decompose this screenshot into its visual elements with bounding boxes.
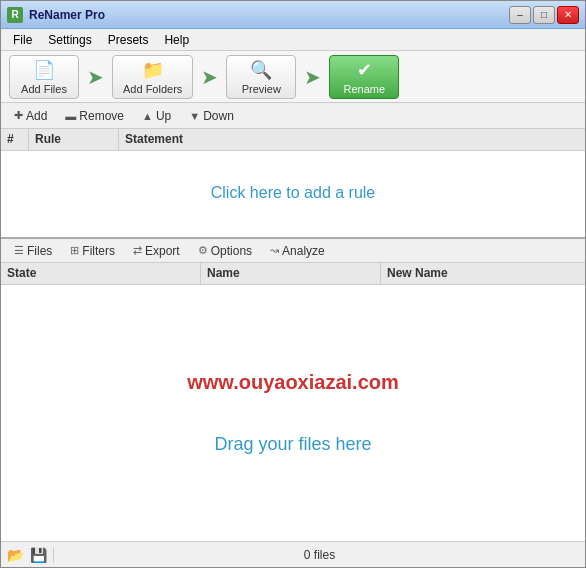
tab-filters[interactable]: ⊞ Filters bbox=[61, 240, 124, 262]
click-to-add-text[interactable]: Click here to add a rule bbox=[211, 184, 376, 202]
files-tab-icon: ☰ bbox=[14, 244, 24, 257]
file-count-text: 0 files bbox=[60, 548, 579, 562]
main-window: R ReNamer Pro – □ ✕ File Settings Preset… bbox=[0, 0, 586, 568]
maximize-button[interactable]: □ bbox=[533, 6, 555, 24]
window-controls: – □ ✕ bbox=[509, 6, 579, 24]
app-icon: R bbox=[7, 7, 23, 23]
arrow-icon-3: ➤ bbox=[300, 65, 325, 89]
remove-label: Remove bbox=[79, 109, 124, 123]
toolbar: 📄 Add Files ➤ 📁 Add Folders ➤ 🔍 Preview … bbox=[1, 51, 585, 103]
up-label: Up bbox=[156, 109, 171, 123]
tab-options-label: Options bbox=[211, 244, 252, 258]
menu-presets[interactable]: Presets bbox=[100, 31, 157, 49]
add-files-button[interactable]: 📄 Add Files bbox=[9, 55, 79, 99]
add-folders-icon: 📁 bbox=[142, 59, 164, 81]
actions-bar: ✚ Add ▬ Remove ▲ Up ▼ Down bbox=[1, 103, 585, 129]
add-folders-button[interactable]: 📁 Add Folders bbox=[112, 55, 193, 99]
arrow-icon-1: ➤ bbox=[83, 65, 108, 89]
status-bar: 📂 💾 0 files bbox=[1, 541, 585, 567]
files-body[interactable]: www.ouyaoxiazai.com Drag your files here bbox=[1, 285, 585, 541]
menu-file[interactable]: File bbox=[5, 31, 40, 49]
app-title: ReNamer Pro bbox=[29, 8, 509, 22]
rules-header: # Rule Statement bbox=[1, 129, 585, 151]
arrow-icon-2: ➤ bbox=[197, 65, 222, 89]
tab-analyze-label: Analyze bbox=[282, 244, 325, 258]
down-button[interactable]: ▼ Down bbox=[182, 106, 241, 126]
remove-rule-button[interactable]: ▬ Remove bbox=[58, 106, 131, 126]
tab-options[interactable]: ⚙ Options bbox=[189, 240, 261, 262]
rename-label: Rename bbox=[344, 83, 386, 95]
tab-files-label: Files bbox=[27, 244, 52, 258]
status-folder-icon[interactable]: 📂 bbox=[7, 547, 24, 563]
options-tab-icon: ⚙ bbox=[198, 244, 208, 257]
filters-tab-icon: ⊞ bbox=[70, 244, 79, 257]
tab-filters-label: Filters bbox=[82, 244, 115, 258]
up-button[interactable]: ▲ Up bbox=[135, 106, 178, 126]
tab-files[interactable]: ☰ Files bbox=[5, 240, 61, 262]
col-name: Name bbox=[201, 263, 381, 284]
preview-label: Preview bbox=[242, 83, 281, 95]
tab-export[interactable]: ⇄ Export bbox=[124, 240, 189, 262]
add-rule-button[interactable]: ✚ Add bbox=[7, 106, 54, 126]
rules-body[interactable]: Click here to add a rule bbox=[1, 151, 585, 235]
menu-bar: File Settings Presets Help bbox=[1, 29, 585, 51]
rules-area: # Rule Statement Click here to add a rul… bbox=[1, 129, 585, 239]
close-button[interactable]: ✕ bbox=[557, 6, 579, 24]
status-save-icon[interactable]: 💾 bbox=[30, 547, 47, 563]
preview-button[interactable]: 🔍 Preview bbox=[226, 55, 296, 99]
files-header: State Name New Name bbox=[1, 263, 585, 285]
down-label: Down bbox=[203, 109, 234, 123]
title-bar: R ReNamer Pro – □ ✕ bbox=[1, 1, 585, 29]
rename-button[interactable]: ✔ Rename bbox=[329, 55, 399, 99]
menu-settings[interactable]: Settings bbox=[40, 31, 99, 49]
analyze-tab-icon: ↝ bbox=[270, 244, 279, 257]
files-content: State Name New Name www.ouyaoxiazai.com … bbox=[1, 263, 585, 541]
menu-help[interactable]: Help bbox=[156, 31, 197, 49]
minimize-button[interactable]: – bbox=[509, 6, 531, 24]
tab-export-label: Export bbox=[145, 244, 180, 258]
add-icon: ✚ bbox=[14, 109, 23, 122]
col-newname: New Name bbox=[381, 263, 585, 284]
col-state: State bbox=[1, 263, 201, 284]
col-hash: # bbox=[1, 129, 29, 150]
down-icon: ▼ bbox=[189, 110, 200, 122]
up-icon: ▲ bbox=[142, 110, 153, 122]
export-tab-icon: ⇄ bbox=[133, 244, 142, 257]
preview-icon: 🔍 bbox=[250, 59, 272, 81]
add-label: Add bbox=[26, 109, 47, 123]
add-files-icon: 📄 bbox=[33, 59, 55, 81]
files-tabs: ☰ Files ⊞ Filters ⇄ Export ⚙ Options ↝ A… bbox=[1, 239, 585, 263]
tab-analyze[interactable]: ↝ Analyze bbox=[261, 240, 334, 262]
status-divider bbox=[53, 547, 54, 563]
drag-files-text: Drag your files here bbox=[214, 434, 371, 455]
watermark-text: www.ouyaoxiazai.com bbox=[187, 371, 399, 394]
rename-icon: ✔ bbox=[357, 59, 372, 81]
add-files-label: Add Files bbox=[21, 83, 67, 95]
col-rule: Rule bbox=[29, 129, 119, 150]
remove-icon: ▬ bbox=[65, 110, 76, 122]
col-statement: Statement bbox=[119, 129, 585, 150]
add-folders-label: Add Folders bbox=[123, 83, 182, 95]
